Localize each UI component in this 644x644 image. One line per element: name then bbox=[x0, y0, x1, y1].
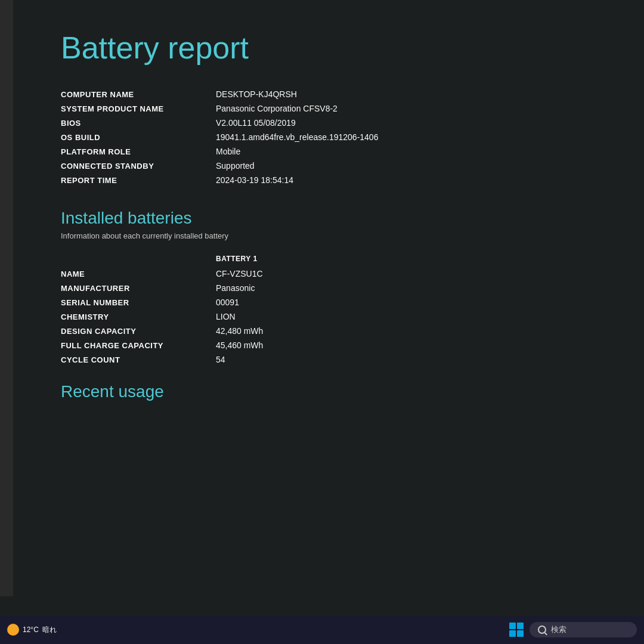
battery-info-value: 54 bbox=[216, 355, 608, 364]
system-info-label: SYSTEM PRODUCT NAME bbox=[61, 104, 216, 113]
windows-icon bbox=[509, 623, 524, 637]
system-info-label: OS BUILD bbox=[61, 133, 216, 142]
weather-desc: 暗れ bbox=[42, 625, 57, 635]
battery-info-label: MANUFACTURER bbox=[61, 284, 216, 293]
battery-info-label: CHEMISTRY bbox=[61, 312, 216, 321]
system-info-label: BIOS bbox=[61, 119, 216, 128]
search-icon bbox=[538, 626, 546, 634]
temperature: 12°C bbox=[23, 626, 39, 634]
installed-batteries-section: Installed batteriesInformation about eac… bbox=[61, 209, 608, 364]
main-content: Battery report COMPUTER NAME DESKTOP-KJ4… bbox=[13, 0, 644, 644]
battery-info-row: CHEMISTRY LION bbox=[61, 312, 608, 321]
screen: Battery report COMPUTER NAME DESKTOP-KJ4… bbox=[0, 0, 644, 644]
battery-info-row: NAME CF-VZSU1C bbox=[61, 269, 608, 278]
system-info-label: REPORT TIME bbox=[61, 176, 216, 185]
system-info-row: REPORT TIME 2024-03-19 18:54:14 bbox=[61, 175, 608, 185]
system-info-table: COMPUTER NAME DESKTOP-KJ4QRSH SYSTEM PRO… bbox=[61, 89, 608, 185]
system-info-value: Panasonic Corporation CFSV8-2 bbox=[216, 104, 608, 113]
system-info-label: CONNECTED STANDBY bbox=[61, 162, 216, 171]
system-info-label: COMPUTER NAME bbox=[61, 90, 216, 99]
battery-info-value: Panasonic bbox=[216, 283, 608, 293]
system-info-row: COMPUTER NAME DESKTOP-KJ4QRSH bbox=[61, 89, 608, 99]
weather-widget: 12°C 暗れ bbox=[7, 624, 57, 636]
system-info-value: Supported bbox=[216, 161, 608, 171]
system-info-value: 19041.1.amd64fre.vb_release.191206-1406 bbox=[216, 132, 608, 142]
battery-info-row: MANUFACTURER Panasonic bbox=[61, 283, 608, 293]
batteries-section-title: Installed batteries bbox=[61, 209, 608, 228]
battery-info-row: CYCLE COUNT 54 bbox=[61, 355, 608, 364]
battery-info-value: 42,480 mWh bbox=[216, 326, 608, 336]
battery-info-value: CF-VZSU1C bbox=[216, 269, 608, 278]
system-info-row: OS BUILD 19041.1.amd64fre.vb_release.191… bbox=[61, 132, 608, 142]
battery-info-row: SERIAL NUMBER 00091 bbox=[61, 298, 608, 307]
system-info-value: 2024-03-19 18:54:14 bbox=[216, 175, 608, 185]
battery-info-label: FULL CHARGE CAPACITY bbox=[61, 341, 216, 350]
search-label: 検索 bbox=[551, 624, 566, 635]
system-info-row: CONNECTED STANDBY Supported bbox=[61, 161, 608, 171]
battery-info-value: 00091 bbox=[216, 298, 608, 307]
batteries-section-subtitle: Information about each currently install… bbox=[61, 231, 608, 240]
battery-info-label: NAME bbox=[61, 270, 216, 278]
system-info-value: V2.00L11 05/08/2019 bbox=[216, 118, 608, 128]
battery-header: BATTERY 1 bbox=[216, 255, 608, 263]
battery-info-table: NAME CF-VZSU1C MANUFACTURER Panasonic SE… bbox=[61, 269, 608, 364]
weather-icon bbox=[7, 624, 19, 636]
recent-usage-title: Recent usage bbox=[61, 382, 608, 401]
start-button[interactable] bbox=[509, 623, 524, 637]
system-info-row: PLATFORM ROLE Mobile bbox=[61, 147, 608, 156]
system-info-label: PLATFORM ROLE bbox=[61, 147, 216, 156]
battery-info-label: DESIGN CAPACITY bbox=[61, 327, 216, 336]
system-info-value: DESKTOP-KJ4QRSH bbox=[216, 89, 608, 99]
battery-info-value: 45,460 mWh bbox=[216, 340, 608, 350]
search-bar[interactable]: 検索 bbox=[530, 622, 637, 637]
battery-info-row: FULL CHARGE CAPACITY 45,460 mWh bbox=[61, 340, 608, 350]
battery-info-value: LION bbox=[216, 312, 608, 321]
system-info-row: SYSTEM PRODUCT NAME Panasonic Corporatio… bbox=[61, 104, 608, 113]
taskbar: 12°C 暗れ 検索 bbox=[0, 615, 644, 644]
left-sidebar bbox=[0, 0, 13, 596]
page-title: Battery report bbox=[61, 30, 608, 66]
system-info-value: Mobile bbox=[216, 147, 608, 156]
battery-info-label: SERIAL NUMBER bbox=[61, 298, 216, 307]
battery-info-label: CYCLE COUNT bbox=[61, 355, 216, 364]
battery-info-row: DESIGN CAPACITY 42,480 mWh bbox=[61, 326, 608, 336]
system-info-row: BIOS V2.00L11 05/08/2019 bbox=[61, 118, 608, 128]
